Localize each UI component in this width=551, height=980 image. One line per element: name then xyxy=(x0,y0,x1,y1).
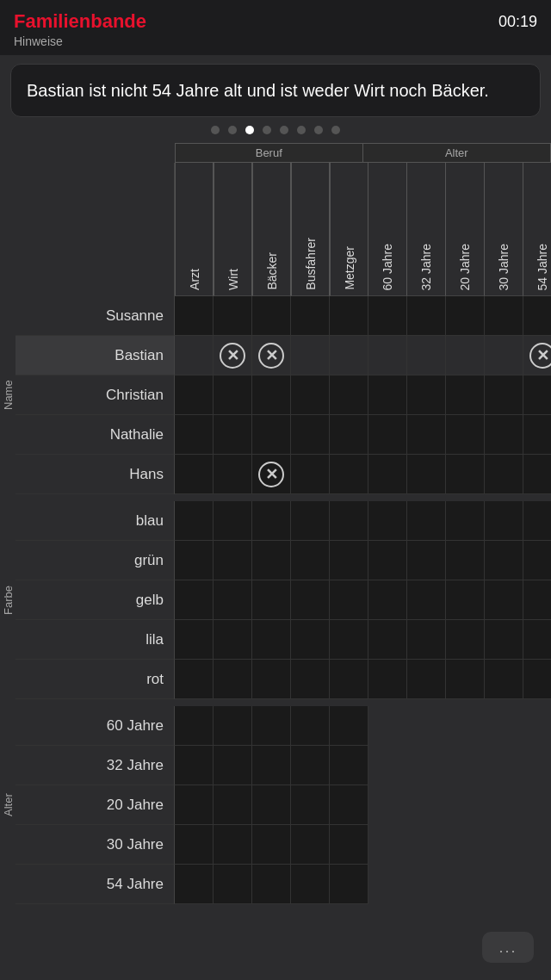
cell-60-arzt[interactable] xyxy=(175,706,214,746)
cell-60-wirt[interactable] xyxy=(214,706,252,746)
cell-30-wirt[interactable] xyxy=(214,825,252,865)
cell-20-baecker[interactable] xyxy=(252,785,291,825)
cell-hans-60[interactable] xyxy=(368,455,407,494)
cell-hans-wirt[interactable] xyxy=(214,455,252,494)
cell-lila-54[interactable] xyxy=(523,620,551,660)
cell-susanne-arzt[interactable] xyxy=(175,296,214,336)
cell-30-metzger[interactable] xyxy=(330,825,368,865)
cell-gruen-metzger[interactable] xyxy=(330,541,368,580)
cell-lila-baecker[interactable] xyxy=(252,620,291,660)
dot-1[interactable] xyxy=(211,126,220,134)
cell-christian-30[interactable] xyxy=(485,375,523,415)
cell-susanne-wirt[interactable] xyxy=(214,296,252,336)
cell-20-busfahrer[interactable] xyxy=(291,785,330,825)
cell-lila-busfahrer[interactable] xyxy=(291,620,330,660)
cell-32-baecker[interactable] xyxy=(252,746,291,785)
dot-6[interactable] xyxy=(297,126,306,134)
cell-20-metzger[interactable] xyxy=(330,785,368,825)
cell-bastian-wirt[interactable]: ✕ xyxy=(214,336,252,375)
cell-rot-wirt[interactable] xyxy=(214,660,252,699)
cell-32-wirt[interactable] xyxy=(214,746,252,785)
cell-gelb-60[interactable] xyxy=(368,580,407,620)
cell-nathalie-32[interactable] xyxy=(407,415,446,455)
cell-rot-metzger[interactable] xyxy=(330,660,368,699)
cell-lila-60[interactable] xyxy=(368,620,407,660)
cell-54-wirt[interactable] xyxy=(214,865,252,904)
cell-nathalie-30[interactable] xyxy=(485,415,523,455)
cell-hans-baecker[interactable]: ✕ xyxy=(252,455,291,494)
cell-32-metzger[interactable] xyxy=(330,746,368,785)
cell-blau-metzger[interactable] xyxy=(330,501,368,541)
cell-gelb-busfahrer[interactable] xyxy=(291,580,330,620)
cell-blau-32[interactable] xyxy=(407,501,446,541)
cell-blau-busfahrer[interactable] xyxy=(291,501,330,541)
cell-blau-20[interactable] xyxy=(446,501,485,541)
cell-60-metzger[interactable] xyxy=(330,706,368,746)
cell-christian-baecker[interactable] xyxy=(252,375,291,415)
cell-gruen-54[interactable] xyxy=(523,541,551,580)
cell-lila-20[interactable] xyxy=(446,620,485,660)
cell-susanne-metzger[interactable] xyxy=(330,296,368,336)
cell-rot-32[interactable] xyxy=(407,660,446,699)
cell-lila-32[interactable] xyxy=(407,620,446,660)
cell-susanne-baecker[interactable] xyxy=(252,296,291,336)
dot-2[interactable] xyxy=(228,126,237,134)
cell-gruen-20[interactable] xyxy=(446,541,485,580)
cell-blau-baecker[interactable] xyxy=(252,501,291,541)
cell-christian-20[interactable] xyxy=(446,375,485,415)
cell-bastian-metzger[interactable] xyxy=(330,336,368,375)
cell-christian-54[interactable] xyxy=(523,375,551,415)
cell-nathalie-baecker[interactable] xyxy=(252,415,291,455)
cell-gelb-30[interactable] xyxy=(485,580,523,620)
cell-rot-baecker[interactable] xyxy=(252,660,291,699)
cell-christian-32[interactable] xyxy=(407,375,446,415)
cell-nathalie-20[interactable] xyxy=(446,415,485,455)
cell-christian-arzt[interactable] xyxy=(175,375,214,415)
cell-gruen-60[interactable] xyxy=(368,541,407,580)
cell-blau-30[interactable] xyxy=(485,501,523,541)
cell-gelb-54[interactable] xyxy=(523,580,551,620)
cell-christian-wirt[interactable] xyxy=(214,375,252,415)
cell-christian-metzger[interactable] xyxy=(330,375,368,415)
cell-hans-metzger[interactable] xyxy=(330,455,368,494)
cell-nathalie-60[interactable] xyxy=(368,415,407,455)
dot-7[interactable] xyxy=(314,126,323,134)
cell-christian-busfahrer[interactable] xyxy=(291,375,330,415)
cell-blau-60[interactable] xyxy=(368,501,407,541)
cell-hans-30[interactable] xyxy=(485,455,523,494)
cell-susanne-busfahrer[interactable] xyxy=(291,296,330,336)
cell-bastian-baecker[interactable]: ✕ xyxy=(252,336,291,375)
cell-blau-wirt[interactable] xyxy=(214,501,252,541)
dot-4[interactable] xyxy=(263,126,271,134)
cell-60-baecker[interactable] xyxy=(252,706,291,746)
cell-gruen-30[interactable] xyxy=(485,541,523,580)
cell-hans-20[interactable] xyxy=(446,455,485,494)
cell-30-baecker[interactable] xyxy=(252,825,291,865)
cell-lila-30[interactable] xyxy=(485,620,523,660)
dot-3[interactable] xyxy=(245,126,254,134)
cell-54-metzger[interactable] xyxy=(330,865,368,904)
cell-nathalie-arzt[interactable] xyxy=(175,415,214,455)
more-button[interactable]: ... xyxy=(482,932,534,963)
cell-rot-30[interactable] xyxy=(485,660,523,699)
cell-hans-arzt[interactable] xyxy=(175,455,214,494)
cell-hans-busfahrer[interactable] xyxy=(291,455,330,494)
cell-blau-arzt[interactable] xyxy=(175,501,214,541)
cell-bastian-30[interactable] xyxy=(485,336,523,375)
cell-20-wirt[interactable] xyxy=(214,785,252,825)
cell-gelb-baecker[interactable] xyxy=(252,580,291,620)
cell-54-busfahrer[interactable] xyxy=(291,865,330,904)
cell-susanne-32[interactable] xyxy=(407,296,446,336)
dot-5[interactable] xyxy=(280,126,288,134)
cell-gelb-metzger[interactable] xyxy=(330,580,368,620)
cell-gelb-arzt[interactable] xyxy=(175,580,214,620)
cell-32-arzt[interactable] xyxy=(175,746,214,785)
cell-susanne-20[interactable] xyxy=(446,296,485,336)
cell-hans-54[interactable] xyxy=(523,455,551,494)
cell-30-arzt[interactable] xyxy=(175,825,214,865)
cell-hans-32[interactable] xyxy=(407,455,446,494)
cell-nathalie-wirt[interactable] xyxy=(214,415,252,455)
cell-lila-arzt[interactable] xyxy=(175,620,214,660)
dot-8[interactable] xyxy=(331,126,340,134)
cell-bastian-busfahrer[interactable] xyxy=(291,336,330,375)
